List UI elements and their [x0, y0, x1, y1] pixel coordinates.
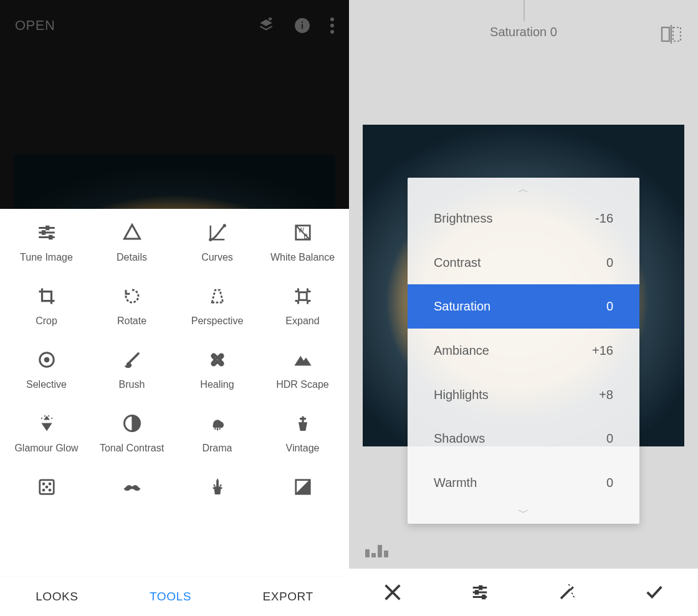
tool-retrolux[interactable]: [89, 477, 174, 506]
editor-bottom-bar: [349, 569, 698, 616]
tool-crop[interactable]: Crop: [4, 286, 89, 327]
more-menu-icon[interactable]: [330, 17, 334, 34]
tool-white-balance[interactable]: WB White Balance: [260, 223, 345, 264]
chevron-down-icon: ﹀: [408, 505, 639, 520]
adjustment-header: Saturation 0: [349, 25, 698, 39]
tool-label: Selective: [22, 378, 70, 391]
svg-point-26: [49, 489, 51, 491]
param-value: 0: [606, 431, 613, 446]
adjust-sliders-button[interactable]: [469, 582, 490, 603]
tool-perspective[interactable]: Perspective: [174, 286, 260, 327]
param-value: +16: [592, 344, 613, 358]
svg-rect-34: [482, 595, 485, 599]
tool-glamour-glow[interactable]: Glamour Glow: [4, 413, 89, 455]
tool-tonal-contrast[interactable]: Tonal Contrast: [89, 413, 174, 455]
tab-export[interactable]: EXPORT: [262, 590, 313, 604]
brush-icon: [122, 350, 142, 370]
parameter-rows: Brightness -16 Contrast 0 Saturation 0 A…: [408, 196, 639, 505]
histogram-icon[interactable]: [365, 544, 389, 557]
param-value: -16: [595, 211, 613, 226]
svg-point-13: [44, 357, 49, 362]
glamour-glow-icon: [37, 413, 57, 433]
open-button[interactable]: OPEN: [15, 17, 55, 34]
svg-point-18: [219, 362, 220, 363]
svg-rect-29: [662, 27, 669, 41]
hdr-landscape-icon: [293, 350, 313, 370]
tools-grid: Tune Image Details Curves WB White Balan…: [0, 223, 349, 506]
tool-label: HDR Scape: [272, 378, 332, 391]
param-row-brightness[interactable]: Brightness -16: [408, 196, 639, 241]
tool-expand[interactable]: Expand: [260, 286, 345, 327]
cancel-button[interactable]: [382, 582, 403, 603]
param-name: Brightness: [434, 211, 493, 226]
tool-hdr-scape[interactable]: HDR Scape: [260, 350, 345, 391]
auto-adjust-button[interactable]: [557, 582, 578, 603]
tool-label: Crop: [32, 315, 61, 327]
editor-photo-canvas[interactable]: ︿ Brightness -16 Contrast 0 Saturation 0…: [363, 125, 684, 446]
tool-black-white[interactable]: [260, 477, 345, 506]
param-row-highlights[interactable]: Highlights +8: [408, 373, 639, 417]
slider-center-marker: [524, 0, 525, 21]
details-icon: [122, 223, 142, 243]
tune-icon: [37, 223, 57, 243]
tools-bottom-sheet: Tune Image Details Curves WB White Balan…: [0, 209, 349, 576]
tool-details[interactable]: Details: [89, 223, 174, 264]
tool-tune-image[interactable]: Tune Image: [4, 223, 89, 264]
param-value: 0: [606, 476, 613, 490]
tool-grainy-film[interactable]: [4, 477, 89, 506]
svg-point-6: [209, 238, 211, 241]
param-name: Ambiance: [434, 344, 489, 358]
left-screen: OPEN Tune Image Details: [0, 0, 349, 616]
tool-rotate[interactable]: Rotate: [89, 286, 174, 327]
param-name: Contrast: [434, 256, 481, 270]
svg-rect-2: [302, 22, 303, 23]
tab-looks[interactable]: LOOKS: [36, 590, 78, 604]
svg-rect-4: [42, 231, 45, 234]
param-value: 0: [606, 256, 613, 270]
tool-label: Details: [113, 251, 151, 264]
tool-label: Brush: [115, 378, 149, 391]
svg-point-17: [214, 357, 216, 358]
param-value: +8: [599, 388, 613, 402]
tool-label: White Balance: [267, 251, 338, 264]
current-param-label: Saturation 0: [490, 25, 557, 39]
edit-stack-icon[interactable]: [258, 17, 274, 34]
tool-label: Vintage: [282, 442, 323, 455]
param-row-contrast[interactable]: Contrast 0: [408, 241, 639, 285]
param-row-saturation[interactable]: Saturation 0: [408, 284, 639, 329]
tool-vintage[interactable]: Vintage: [260, 413, 345, 455]
app-header: OPEN: [0, 0, 349, 51]
param-row-warmth[interactable]: Warmth 0: [408, 461, 639, 505]
param-row-shadows[interactable]: Shadows 0: [408, 417, 639, 461]
tool-label: Tonal Contrast: [96, 442, 168, 455]
tool-label: Tune Image: [16, 251, 77, 264]
healing-icon: [208, 350, 227, 370]
tool-label: Healing: [196, 378, 237, 391]
right-screen: Saturation 0 ︿ Brightness -16 Contrast 0…: [349, 0, 698, 616]
param-name: Warmth: [434, 476, 477, 490]
compare-icon[interactable]: [661, 25, 682, 44]
param-name: Saturation: [434, 299, 490, 314]
tool-brush[interactable]: Brush: [89, 350, 174, 391]
parameter-selector-panel[interactable]: ︿ Brightness -16 Contrast 0 Saturation 0…: [408, 178, 639, 524]
selective-icon: [37, 350, 57, 370]
param-row-ambiance[interactable]: Ambiance +16: [408, 329, 639, 373]
tool-curves[interactable]: Curves: [174, 223, 260, 264]
svg-point-25: [42, 489, 45, 491]
bottom-tab-bar: LOOKS TOOLS EXPORT: [0, 576, 349, 616]
param-name: Shadows: [434, 431, 485, 446]
apply-button[interactable]: [644, 582, 665, 603]
tool-drama[interactable]: Drama: [174, 413, 260, 455]
param-name-text: Saturation: [490, 25, 547, 39]
svg-point-7: [223, 224, 226, 227]
svg-point-27: [45, 486, 48, 488]
tool-selective[interactable]: Selective: [4, 350, 89, 391]
tool-healing[interactable]: Healing: [174, 350, 260, 391]
tool-grunge[interactable]: [174, 477, 260, 506]
grainy-film-icon: [37, 477, 57, 497]
image-info-icon[interactable]: [294, 17, 310, 34]
tool-label: Curves: [198, 251, 237, 264]
param-name: Highlights: [434, 388, 489, 402]
vintage-icon: [293, 413, 313, 433]
tab-tools[interactable]: TOOLS: [150, 590, 191, 604]
